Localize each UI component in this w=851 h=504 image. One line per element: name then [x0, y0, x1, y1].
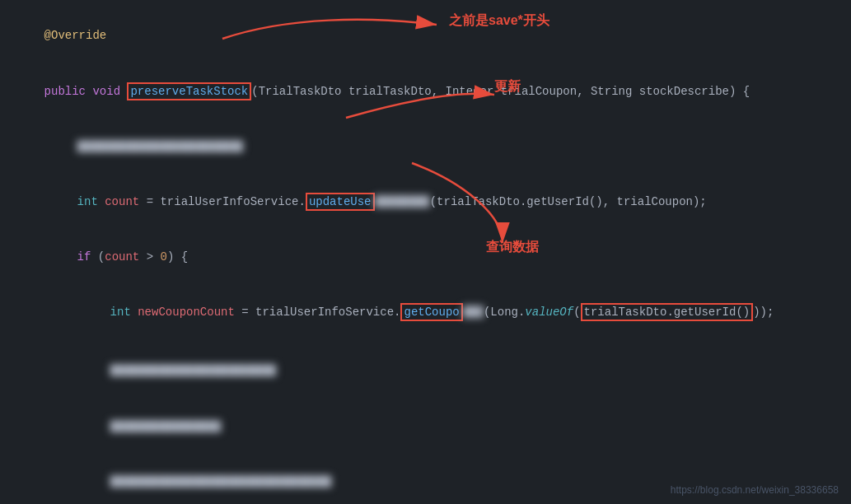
method-name: preserveTaskStock — [130, 85, 248, 98]
watermark: https://blog.csdn.net/weixin_38336658 — [671, 484, 839, 496]
code-line-2: public void preserveTaskStock(TrialTaskD… — [16, 63, 835, 119]
code-line-3-blur: ████████████████████████ — [16, 119, 835, 174]
update-method: updateUse — [309, 195, 372, 208]
blurred-line-3: ████████████████████████ — [77, 140, 244, 153]
getusserid-highlight: trialTaskDto.getUserId() — [581, 303, 754, 321]
keyword-if: if — [77, 250, 98, 264]
update-method-highlight: updateUse — [306, 193, 375, 211]
code-line-6: int newCouponCount = trialUserInfoServic… — [16, 285, 835, 340]
type-int-2: int — [110, 306, 138, 319]
code-line-5: if (count > 0) { — [16, 230, 835, 285]
get-coupon-method: getCoupo — [404, 306, 459, 319]
annotation-label-3: 查询数据 — [486, 239, 539, 256]
var-count: count — [105, 195, 139, 208]
keyword-void: void — [92, 85, 127, 98]
blurred-block-3: ████████████████████████████████ — [16, 454, 835, 504]
var-count-2: count — [105, 250, 139, 264]
annotation-label-2: 更新 — [494, 78, 521, 96]
annotation-label-1: 之前是save*开头 — [449, 12, 549, 30]
keyword-public: public — [44, 85, 93, 98]
method-name-highlight: preserveTaskStock — [127, 82, 251, 100]
blurred-method-args: ████████ — [375, 195, 430, 208]
type-int: int — [77, 195, 105, 208]
code-line-4: int count = trialUserInfoService.updateU… — [16, 175, 835, 230]
code-line-1: @Override — [16, 8, 835, 63]
annotation-override: @Override — [44, 29, 107, 42]
var-newcoupon: newCouponCount — [138, 306, 235, 319]
code-editor: @Override public void preserveTaskStock(… — [0, 0, 851, 504]
blurred-block-1: ████████████████████████ — [16, 343, 835, 399]
blurred-method-2: ███ — [463, 306, 484, 319]
blurred-block-2: ████████████████ — [16, 399, 835, 454]
valueof-method: valueOf — [525, 306, 573, 319]
get-coupon-method-highlight: getCoupo — [400, 303, 462, 321]
